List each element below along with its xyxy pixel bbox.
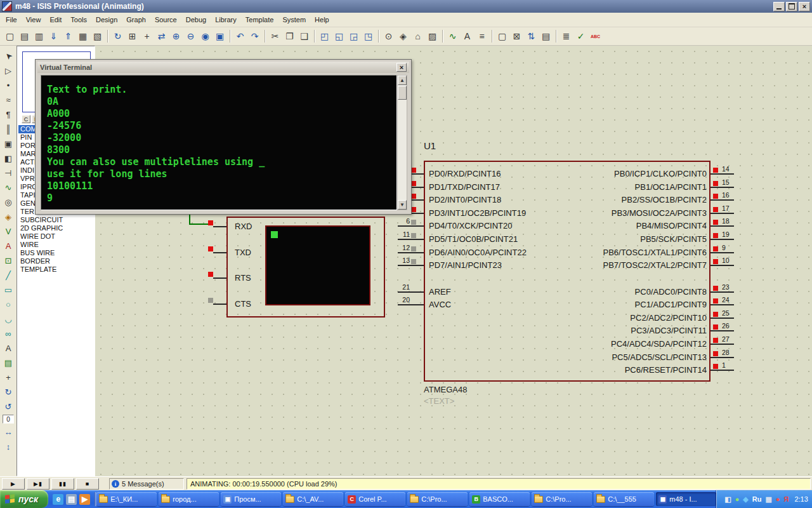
menu-tools[interactable]: Tools xyxy=(66,15,91,25)
2d-line-tool-button[interactable]: ╱ xyxy=(2,269,15,281)
toolbar-netlist-to-ares-button[interactable]: ABC xyxy=(588,29,603,43)
menu-source[interactable]: Source xyxy=(150,15,181,25)
play-button[interactable]: ▶ xyxy=(2,478,25,490)
marker-tool-button[interactable]: + xyxy=(2,371,15,384)
terminal-tool-button[interactable]: ◧ xyxy=(2,152,15,164)
taskbar-button[interactable]: CCorel P... xyxy=(345,492,405,506)
wire[interactable] xyxy=(189,224,210,225)
toolbar-new-design-button[interactable]: ▢ xyxy=(3,29,17,43)
scroll-up-icon[interactable]: ▲ xyxy=(398,76,407,85)
pause-button[interactable]: ▮▮ xyxy=(51,478,74,490)
internet-explorer-icon[interactable]: e xyxy=(53,494,63,505)
toolbar-pan-button[interactable]: ⇄ xyxy=(154,29,169,43)
toolbar-open-design-button[interactable]: ▤ xyxy=(17,29,32,43)
toolbar-goto-sheet-button[interactable]: ⇅ xyxy=(524,29,539,43)
toolbar-decompose-button[interactable]: ▨ xyxy=(425,29,440,43)
toolbar-zoom-in-button[interactable]: ⊕ xyxy=(169,29,183,43)
toolbar-design-explorer-button[interactable]: ▤ xyxy=(539,29,553,43)
menu-debug[interactable]: Debug xyxy=(181,15,211,25)
selector-item[interactable]: 2D GRAPHIC xyxy=(18,224,93,232)
device-pin-tool-button[interactable]: ⊣ xyxy=(2,166,15,179)
toolbar-new-sheet-button[interactable]: ▢ xyxy=(495,29,509,43)
menu-library[interactable]: Library xyxy=(211,15,241,25)
menu-edit[interactable]: Edit xyxy=(45,15,66,25)
junction-dot-tool-button[interactable]: • xyxy=(2,79,15,91)
toolbar-block-copy-button[interactable]: ◰ xyxy=(317,29,332,43)
toolbar-packaging-tool-button[interactable]: ⌂ xyxy=(410,29,425,43)
yandex-icon[interactable]: Я xyxy=(784,496,789,503)
toolbar-remove-sheet-button[interactable]: ⊠ xyxy=(509,29,524,43)
2d-text-tool-button[interactable]: A xyxy=(2,342,15,354)
toolbar-block-move-button[interactable]: ◱ xyxy=(332,29,346,43)
toolbar-import-button[interactable]: ⇓ xyxy=(46,29,61,43)
taskbar-button[interactable]: C:\Pro... xyxy=(532,492,592,506)
media-player-icon[interactable]: ▶ xyxy=(79,494,90,505)
toolbar-copy-button[interactable]: ❐ xyxy=(282,29,297,43)
menu-template[interactable]: Template xyxy=(241,15,278,25)
taskbar-button[interactable]: ▣Просм... xyxy=(221,492,281,506)
toolbar-redraw-button[interactable]: ↻ xyxy=(110,29,125,43)
toolbar-make-device-button[interactable]: ◈ xyxy=(396,29,410,43)
rotation-angle-field[interactable]: 0 xyxy=(3,415,14,424)
toolbar-export-button[interactable]: ⇑ xyxy=(61,29,75,43)
subcircuit-tool-button[interactable]: ▣ xyxy=(2,137,15,150)
taskbar-button[interactable]: ▦m48 - I... xyxy=(656,492,716,506)
toolbar-electrical-rule-check-button[interactable]: ✓ xyxy=(573,29,588,43)
2d-symbol-tool-button[interactable]: ▤ xyxy=(2,356,15,369)
tray-icon-5[interactable]: ● xyxy=(776,496,780,503)
toolbar-zoom-out-button[interactable]: ⊖ xyxy=(183,29,198,43)
show-desktop-icon[interactable]: ▤ xyxy=(66,494,77,505)
toolbar-bill-of-materials-button[interactable]: ≣ xyxy=(559,29,573,43)
mirror-h-button-button[interactable]: ↔ xyxy=(2,425,15,438)
graph-tool-button[interactable]: ∿ xyxy=(2,181,15,194)
2d-circle-tool-button[interactable]: ○ xyxy=(2,298,15,311)
toolbar-block-delete-button[interactable]: ◳ xyxy=(361,29,376,43)
tape-recorder-tool-button[interactable]: ◎ xyxy=(2,196,15,208)
maximize-button[interactable] xyxy=(786,2,797,11)
taskbar-button[interactable]: город... xyxy=(159,492,219,506)
toolbar-pick-device-button[interactable]: ⊙ xyxy=(381,29,396,43)
stop-button[interactable]: ■ xyxy=(76,478,99,490)
close-icon[interactable]: × xyxy=(396,63,407,72)
toolbar-print-button[interactable]: ▦ xyxy=(75,29,90,43)
menu-view[interactable]: View xyxy=(22,15,46,25)
menu-file[interactable]: File xyxy=(1,15,22,25)
2d-box-tool-button[interactable]: ▭ xyxy=(2,283,15,296)
generator-tool-button[interactable]: ◈ xyxy=(2,210,15,223)
component-tool-button[interactable]: ▷ xyxy=(2,64,15,77)
rotate-ccw-button-button[interactable]: ↺ xyxy=(2,400,15,413)
bus-tool-button[interactable]: ║ xyxy=(2,123,15,135)
terminal-output[interactable]: Text to print.0AA000-24576-320008300You … xyxy=(41,75,397,210)
rotate-cw-button-button[interactable]: ↻ xyxy=(2,385,15,398)
tray-icon-4[interactable]: ▦ xyxy=(765,496,771,503)
menu-system[interactable]: System xyxy=(278,15,310,25)
2d-arc-tool-button[interactable]: ◡ xyxy=(2,312,15,325)
start-button[interactable]: пуск xyxy=(0,490,48,508)
scroll-down-icon[interactable]: ▼ xyxy=(398,200,407,210)
virtual-terminal-titlebar[interactable]: Virtual Terminal × xyxy=(37,62,409,73)
toolbar-wire-autorouter-button[interactable]: ∿ xyxy=(445,29,460,43)
minimize-button[interactable] xyxy=(773,2,785,11)
text-script-tool-button[interactable]: ¶ xyxy=(2,108,15,121)
taskbar-button[interactable]: C:\_AV... xyxy=(283,492,343,506)
toolbar-paste-button[interactable]: ❑ xyxy=(297,29,311,43)
toolbar-zoom-area-button[interactable]: ▣ xyxy=(213,29,227,43)
toolbar-block-rotate-button[interactable]: ◲ xyxy=(346,29,361,43)
wire-label-tool-button[interactable]: ≈ xyxy=(2,93,15,106)
menu-design[interactable]: Design xyxy=(91,15,122,25)
toolbar-save-design-button[interactable]: ▥ xyxy=(32,29,46,43)
menu-help[interactable]: Help xyxy=(310,15,334,25)
toolbar-toggle-grid-button[interactable]: ⊞ xyxy=(125,29,140,43)
selector-item[interactable]: WIRE xyxy=(18,241,93,249)
tray-icon-1[interactable]: ◧ xyxy=(724,496,731,503)
selector-item[interactable]: WIRE DOT xyxy=(18,232,93,241)
selector-item[interactable]: TEMPLATE xyxy=(18,265,93,274)
2d-path-tool-button[interactable]: ∞ xyxy=(2,327,15,340)
mirror-v-button-button[interactable]: ↕ xyxy=(2,440,15,453)
taskbar-button[interactable]: C:\__555 xyxy=(594,492,654,506)
tray-icon-2[interactable]: ● xyxy=(735,496,740,503)
instruments-tool-button[interactable]: ⊡ xyxy=(2,254,15,267)
language-indicator[interactable]: Ru xyxy=(752,496,762,503)
toolbar-mark-output-area-button[interactable]: ▧ xyxy=(90,29,105,43)
toolbar-cut-button[interactable]: ✂ xyxy=(268,29,282,43)
